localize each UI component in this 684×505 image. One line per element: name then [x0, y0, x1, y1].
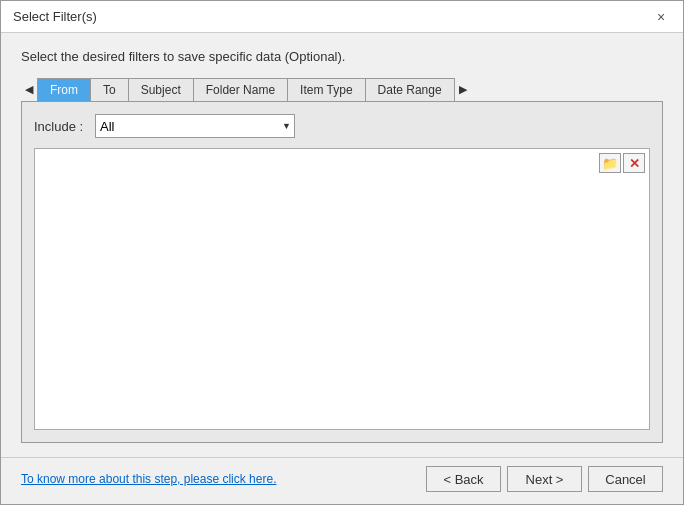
next-button[interactable]: Next > [507, 466, 582, 492]
content-box: 📁 ✕ [34, 148, 650, 430]
cancel-button[interactable]: Cancel [588, 466, 663, 492]
content-clear-button[interactable]: ✕ [623, 153, 645, 173]
back-button[interactable]: < Back [426, 466, 501, 492]
tab-to[interactable]: To [91, 79, 129, 101]
tab-date-range[interactable]: Date Range [366, 79, 454, 101]
include-label: Include : [34, 119, 89, 134]
instruction-text: Select the desired filters to save speci… [21, 49, 663, 64]
tab-content-area: Include : All 📁 ✕ [21, 101, 663, 443]
tab-scroll-left-arrow[interactable]: ◀ [21, 81, 37, 98]
tab-item-type[interactable]: Item Type [288, 79, 365, 101]
include-row: Include : All [34, 114, 650, 138]
footer-buttons: < Back Next > Cancel [426, 466, 663, 492]
dialog-body: Select the desired filters to save speci… [1, 33, 683, 453]
tab-from[interactable]: From [38, 79, 91, 101]
title-bar: Select Filter(s) × [1, 1, 683, 33]
folder-icon: 📁 [602, 156, 618, 171]
close-red-icon: ✕ [629, 156, 640, 171]
include-select-wrapper: All [95, 114, 295, 138]
tab-container: ◀ From To Subject Folder Name Item Type … [21, 78, 663, 101]
dialog-close-button[interactable]: × [651, 7, 671, 27]
folder-open-button[interactable]: 📁 [599, 153, 621, 173]
include-select[interactable]: All [95, 114, 295, 138]
content-box-toolbar: 📁 ✕ [599, 153, 645, 173]
tab-subject[interactable]: Subject [129, 79, 194, 101]
footer: To know more about this step, please cli… [1, 457, 683, 504]
help-link[interactable]: To know more about this step, please cli… [21, 472, 276, 486]
dialog-title: Select Filter(s) [13, 9, 97, 24]
tab-folder-name[interactable]: Folder Name [194, 79, 288, 101]
select-filters-dialog: Select Filter(s) × Select the desired fi… [0, 0, 684, 505]
tab-scroll-right-arrow[interactable]: ▶ [455, 81, 471, 98]
tabs: From To Subject Folder Name Item Type Da… [37, 78, 455, 101]
